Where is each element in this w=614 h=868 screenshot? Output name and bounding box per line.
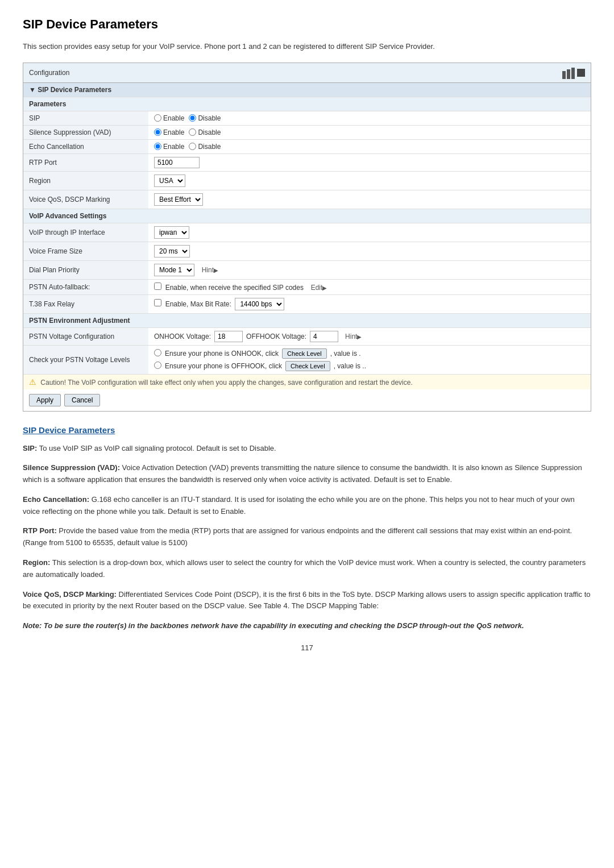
svg-rect-2	[571, 68, 575, 79]
dial-plan-select[interactable]: Mode 1	[154, 264, 194, 276]
onhook-input[interactable]	[214, 331, 243, 342]
dial-plan-label: Dial Plan Priority	[23, 260, 148, 279]
pstn-env-subheader: PSTN Environment Adjustment	[23, 313, 591, 327]
dial-plan-hint[interactable]: Hint	[200, 266, 218, 274]
pstn-offhook-radio[interactable]	[154, 362, 161, 369]
sip-radio-group: Enable Disable	[154, 114, 585, 122]
pstn-check-label: Check your PSTN Voltage Levels	[23, 345, 148, 374]
sip-enable-label[interactable]: Enable	[154, 114, 184, 122]
pstn-voltage-label: PSTN Voltage Configuration	[23, 327, 148, 345]
fax-relay-text: Enable, Max Bit Rate:	[163, 300, 233, 308]
vad-disable-radio[interactable]	[189, 128, 196, 136]
pstn-offhook-text: Ensure your phone is OFFHOOK, click	[165, 362, 282, 370]
voice-frame-select[interactable]: 20 ms	[154, 245, 190, 258]
rtp-label: RTP Port	[23, 153, 148, 171]
fax-relay-value: Enable, Max Bit Rate: 14400 bps	[148, 294, 591, 313]
region-doc-text: This selection is a drop-down box, which…	[23, 558, 586, 579]
vad-value: Enable Disable	[148, 125, 591, 139]
pstn-onhook-check-line: Ensure your phone is ONHOOK, click Check…	[154, 348, 585, 359]
dial-plan-row: Dial Plan Priority Mode 1 Hint	[23, 260, 591, 279]
doc-para-vad: Silence Suppression (VAD): Voice Activat…	[23, 462, 591, 486]
sip-row: SIP Enable Disable	[23, 111, 591, 125]
pstn-voltage-value: ONHOOK Voltage: OFFHOOK Voltage: Hint	[148, 327, 591, 345]
svg-rect-1	[567, 69, 570, 79]
sip-doc-text: To use VoIP SIP as VoIP call signaling p…	[39, 444, 276, 452]
fax-relay-row: T.38 Fax Relay Enable, Max Bit Rate: 144…	[23, 294, 591, 313]
voip-qos-label: Voice QoS, DSCP Marking	[23, 190, 148, 209]
dial-plan-value: Mode 1 Hint	[148, 260, 591, 279]
sip-disable-radio[interactable]	[189, 114, 196, 122]
echo-doc-text: G.168 echo canceller is an ITU-T standar…	[23, 495, 575, 516]
echo-term: Echo Cancellation:	[23, 495, 89, 504]
region-row: Region USA	[23, 171, 591, 190]
region-label: Region	[23, 171, 148, 190]
pstn-auto-checkbox[interactable]	[154, 283, 161, 290]
voip-qos-value: Best Effort	[148, 190, 591, 209]
region-term: Region:	[23, 558, 50, 567]
cancel-button[interactable]: Cancel	[64, 394, 100, 406]
voip-iface-value: ipwan	[148, 223, 591, 242]
region-select[interactable]: USA	[154, 175, 185, 187]
voltage-hint[interactable]: Hint	[345, 333, 362, 340]
rtp-input[interactable]	[154, 157, 200, 168]
rtp-term: RTP Port:	[23, 526, 57, 535]
vad-row: Silence Suppression (VAD) Enable Disable	[23, 125, 591, 139]
pstn-voltage-controls: ONHOOK Voltage: OFFHOOK Voltage: Hint	[154, 331, 585, 342]
echo-enable-label[interactable]: Enable	[154, 143, 184, 151]
sip-value: Enable Disable	[148, 111, 591, 125]
config-header-title: Configuration	[29, 69, 69, 77]
caution-row: ⚠ Caution! The VoIP configuration will t…	[23, 374, 591, 389]
sip-term: SIP:	[23, 444, 37, 452]
pstn-offhook-radio-label[interactable]	[154, 362, 161, 371]
intro-text: This section provides easy setup for you…	[23, 41, 591, 52]
doc-title[interactable]: SIP Device Parameters	[23, 425, 591, 435]
parameters-subheader: Parameters	[23, 97, 591, 111]
fax-relay-checkbox-label[interactable]: Enable, Max Bit Rate:	[154, 300, 235, 308]
echo-label: Echo Cancellation	[23, 139, 148, 153]
fax-relay-checkbox[interactable]	[154, 299, 161, 306]
voip-qos-select[interactable]: Best Effort	[154, 193, 203, 206]
pstn-auto-edit-link[interactable]: Edit	[311, 284, 327, 292]
offhook-input[interactable]	[310, 331, 338, 342]
echo-enable-radio[interactable]	[154, 143, 161, 150]
page-title: SIP Device Parameters	[23, 17, 591, 32]
action-row: Apply Cancel	[23, 389, 591, 411]
voip-iface-select[interactable]: ipwan	[154, 226, 189, 239]
region-value: USA	[148, 171, 591, 190]
config-header-icons	[562, 67, 585, 79]
onhook-label: ONHOOK Voltage:	[154, 333, 211, 340]
fax-bitrate-select[interactable]: 14400 bps	[235, 298, 284, 310]
vad-enable-radio[interactable]	[154, 128, 161, 136]
doc-para-sip: SIP: To use VoIP SIP as VoIP call signal…	[23, 443, 591, 455]
pstn-auto-label: PSTN Auto-fallback:	[23, 279, 148, 294]
rtp-value	[148, 153, 591, 171]
sip-section-header: ▼ SIP Device Parameters	[23, 83, 591, 97]
voice-frame-row: Voice Frame Size 20 ms	[23, 242, 591, 260]
pstn-onhook-radio-label[interactable]	[154, 349, 161, 358]
echo-disable-label[interactable]: Disable	[189, 143, 221, 151]
sip-disable-label[interactable]: Disable	[189, 114, 221, 122]
page-number: 117	[23, 643, 591, 652]
vad-disable-label[interactable]: Disable	[189, 128, 221, 136]
voip-advanced-subheader: VoIP Advanced Settings	[23, 209, 591, 223]
voip-qos-row: Voice QoS, DSCP Marking Best Effort	[23, 190, 591, 209]
rtp-row: RTP Port	[23, 153, 591, 171]
sip-enable-radio[interactable]	[154, 114, 161, 122]
rtp-doc-text: Provide the based value from the media (…	[23, 526, 572, 547]
pstn-onhook-radio[interactable]	[154, 349, 161, 356]
vad-term: Silence Suppression (VAD):	[23, 463, 120, 472]
offhook-check-button[interactable]: Check Level	[285, 361, 330, 371]
apply-button[interactable]: Apply	[29, 394, 61, 406]
pstn-auto-checkbox-label[interactable]: Enable, when receive the specified SIP c…	[154, 284, 308, 292]
echo-disable-radio[interactable]	[189, 143, 196, 150]
onhook-check-button[interactable]: Check Level	[282, 348, 327, 359]
config-header: Configuration	[23, 63, 591, 83]
config-box: Configuration ▼ SIP Device Parameters Pa…	[23, 63, 591, 412]
voice-frame-value: 20 ms	[148, 242, 591, 260]
doc-para-rtp: RTP Port: Provide the based value from t…	[23, 525, 591, 549]
doc-para-region: Region: This selection is a drop-down bo…	[23, 557, 591, 581]
echo-radio-group: Enable Disable	[154, 143, 585, 151]
vad-enable-label[interactable]: Enable	[154, 128, 184, 136]
sip-label: SIP	[23, 111, 148, 125]
voip-iface-row: VoIP through IP Interface ipwan	[23, 223, 591, 242]
